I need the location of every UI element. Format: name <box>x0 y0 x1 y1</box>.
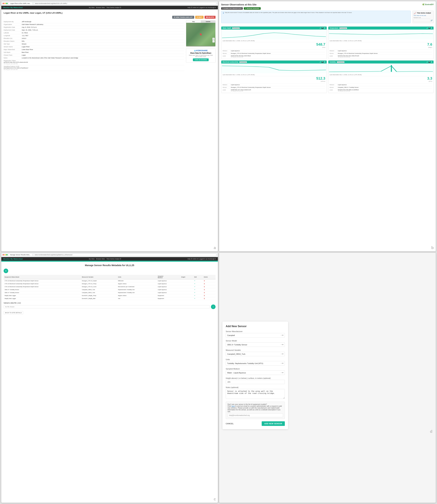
add-sensor-form: Add New Sensor Sensor Manufacturer Campb… <box>222 321 288 429</box>
close-icon-c[interactable] <box>3 254 4 255</box>
table-cell <box>180 288 193 291</box>
download-icon-depth[interactable]: ⬇ <box>324 27 325 29</box>
download-icon-cond[interactable]: ⬇ <box>324 61 325 63</box>
edit-cell[interactable]: ✏ <box>193 288 203 291</box>
delete-cell[interactable]: 🗑 <box>203 282 216 285</box>
browser-url-c[interactable]: www.monitorwatershed.org/sites/update/UL… <box>33 253 217 256</box>
ts-analyst-link[interactable]: View data for this site. <box>414 15 426 16</box>
dont-see-link[interactable]: here <box>231 405 235 407</box>
edit-cell[interactable]: ✏ <box>193 291 203 294</box>
add-new-sensor-button[interactable]: ADD NEW SENSOR <box>262 421 285 426</box>
maximize-icon-c[interactable] <box>6 254 8 255</box>
model-clear-icon[interactable]: × <box>281 344 282 346</box>
download-icon-temp[interactable]: ⬇ <box>431 27 432 29</box>
edit-cell[interactable]: ✏ <box>193 297 203 300</box>
info-row-watershed: Major Watershed Lower Bear River <box>4 48 184 51</box>
camera-icon-turb[interactable]: 📷 <box>428 61 430 63</box>
nav-browsesites-c[interactable]: Browse Sites <box>96 258 105 260</box>
manufacturer-arrow-icon[interactable]: ▾ <box>282 334 283 336</box>
variable-clear-icon[interactable]: × <box>281 353 282 355</box>
medium-select[interactable]: Water - Liquid Aqueous × ▾ <box>226 370 285 375</box>
manufacturer-select[interactable]: Campbell × ▾ <box>226 333 285 338</box>
browser-tab-c[interactable]: Manage Sensor Results Metu... <box>9 253 32 256</box>
page-title-a: Logan River at the UWRL near Logan, UT (… <box>4 12 216 14</box>
units-clear-icon[interactable]: × <box>281 362 282 364</box>
reading-label-temp: Last observation Dec. 4, 2018, 11:15 a.m… <box>328 39 434 42</box>
map-toggle-map[interactable]: Map <box>186 20 201 23</box>
map-zoom-controls: + − <box>212 38 215 42</box>
manage-sensors-btn[interactable]: ✦ MANAGE SENSORS <box>244 7 260 10</box>
model-arrow-icon[interactable]: ▾ <box>282 344 283 346</box>
camera-icon-temp[interactable]: 📷 <box>428 27 430 29</box>
browser-url-a[interactable]: www.monitorwatershed.org/sites/USU-LR-UW… <box>33 2 217 5</box>
nav-right-c: Help ☰ Admin ★ Logged in as Horsburgh ▾ <box>188 258 216 260</box>
meta-uuid-cond: UUID 0425f0f-66dc-4e7c-84aa-ecdabd11a1f0… <box>223 89 325 92</box>
view-token-button[interactable]: ☑ VIEW TOKEN UUID LIST <box>172 16 194 19</box>
edit-cell[interactable]: ✏ <box>193 285 203 288</box>
zoom-in-icon[interactable]: + <box>212 38 215 40</box>
expand-icon-temp[interactable]: ⤢ <box>427 27 428 29</box>
edit-cell[interactable]: ✏ <box>193 279 203 282</box>
medium-arrow-icon[interactable]: ▾ <box>282 372 283 374</box>
edit-cell[interactable]: ✏ <box>193 282 203 285</box>
edit-button-a[interactable]: ✏ EDIT <box>195 16 204 19</box>
model-select[interactable]: OBS-3+ Turbidity Sensor × ▾ <box>226 342 285 347</box>
notes-textarea[interactable]: Sensor is attached to the wing wall on t… <box>226 389 285 399</box>
maximize-icon[interactable] <box>6 3 8 4</box>
back-to-site-details-link[interactable]: BACK TO SITE DETAILS <box>4 311 23 314</box>
zoom-out-icon[interactable]: − <box>212 40 215 42</box>
edit-cell[interactable]: ✏ <box>193 294 203 297</box>
map-toggle-satellite[interactable]: Satellite <box>201 20 215 23</box>
close-icon[interactable] <box>3 3 4 4</box>
download-icon-turb[interactable]: ⬇ <box>431 61 432 63</box>
manufacturer-clear-icon[interactable]: × <box>281 334 282 336</box>
value-org: Utah Water Research Laboratory <box>22 24 184 25</box>
nav-mysites-c[interactable]: My Sites <box>89 258 95 260</box>
expand-icon-cond[interactable]: ⤢ <box>320 61 321 63</box>
nav-mysites[interactable]: My Sites <box>89 7 95 8</box>
camera-icon-depth[interactable]: 📷 <box>322 27 323 29</box>
table-cell <box>180 297 193 300</box>
browser-tab-a[interactable]: Logan River at the UWRL nea... <box>9 2 32 5</box>
meta-sensor-temp: Sensor Decagon_CTD-10 Electrical Conduct… <box>330 52 432 55</box>
table-cell: Liquid aqueous <box>157 285 180 288</box>
nav-tsanalyst-c[interactable]: Time Series Analyst ☰ <box>106 258 121 260</box>
minimize-icon[interactable] <box>4 3 6 4</box>
delete-cell[interactable]: 🗑 <box>203 291 216 294</box>
delete-button-a[interactable]: 🗑 DELETE <box>205 16 216 19</box>
label-depdate: Deployment Date <box>4 29 22 31</box>
height-input[interactable] <box>226 380 285 384</box>
external-link-icon[interactable]: 🔗 <box>431 19 433 21</box>
cancel-button-d[interactable]: CANCEL <box>226 423 234 425</box>
site-map: Map Satellite + − <box>186 20 216 47</box>
expand-icon-turb[interactable]: ⤢ <box>427 61 428 63</box>
reading-label-depth: Last observation Dec. 4, 2018, 11:15 a.m… <box>221 39 327 42</box>
value-elevdatum: MSL <box>22 40 184 42</box>
units-arrow-icon[interactable]: ▾ <box>282 362 283 364</box>
nav-browsesites[interactable]: Browse Sites <box>96 7 105 8</box>
units-select[interactable]: Turbidity: Nephelometric Turbidity Unit … <box>226 361 285 366</box>
expand-icon-depth[interactable]: ⤢ <box>320 27 321 29</box>
delete-cell[interactable]: 🗑 <box>203 279 216 282</box>
info-row-elevdatum: Elevation Datum MSL <box>4 40 184 43</box>
sensor-meta-temp: Medium Liquid aqueous Sensor Decagon_CTD… <box>328 49 434 59</box>
variable-select[interactable]: Campbell_OBS3_Turb × ▾ <box>226 352 285 356</box>
delete-cell[interactable]: 🗑 <box>203 297 216 300</box>
badge-provisional-cond: Provisional <box>239 61 247 63</box>
minimize-icon-c[interactable] <box>4 254 6 255</box>
delete-cell[interactable]: 🗑 <box>203 294 216 297</box>
value-town: Logan <box>22 54 184 56</box>
camera-icon-cond[interactable]: 📷 <box>322 61 323 63</box>
add-sensor-circle-btn[interactable]: + <box>4 269 8 273</box>
upload-btn[interactable]: ↑ <box>211 304 216 309</box>
reading-label-turb: Last observation Dec. 4, 2018, 11:15 a.m… <box>328 73 434 76</box>
nav-tsanalyst[interactable]: Time Series Analyst ☰ <box>106 7 121 8</box>
hydroshare-btn[interactable]: TURN ON SHARING <box>193 58 209 61</box>
delete-cell[interactable]: 🗑 <box>203 288 216 291</box>
reading-label-cond: Last observation Dec. 4, 2018, 11:15 a.m… <box>221 73 327 76</box>
variable-arrow-icon[interactable]: ▾ <box>282 353 283 355</box>
card-actions-depth: ⤢ 📷 ⬇ <box>320 27 325 29</box>
delete-cell[interactable]: 🗑 <box>203 285 216 288</box>
medium-clear-icon[interactable]: × <box>281 372 282 374</box>
download-sensor-btn[interactable]: ⬇ DOWNLOAD SENSOR DATA <box>221 7 243 10</box>
